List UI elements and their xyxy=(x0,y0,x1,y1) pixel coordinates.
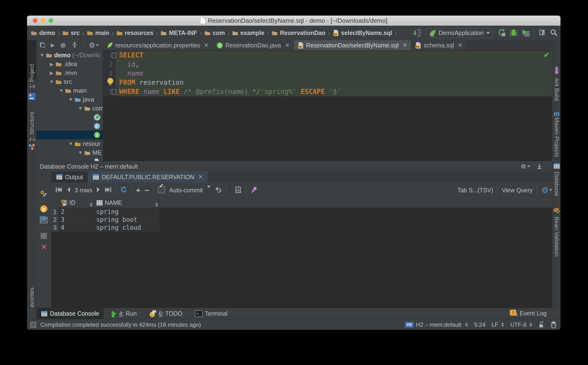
fold-marker-icon[interactable] xyxy=(112,53,116,58)
scroll-to-source-button[interactable]: ⊕ xyxy=(60,42,66,49)
close-tab-icon[interactable]: ✕ xyxy=(198,174,203,180)
next-page-button[interactable] xyxy=(96,187,101,194)
stripe-button-bean-validation[interactable]: Bean Validation xyxy=(553,217,560,257)
close-tab-icon[interactable]: ✕ xyxy=(204,42,209,49)
grid-settings-gear-button[interactable]: ⚙ xyxy=(541,186,552,194)
line-number[interactable]: 3 xyxy=(103,69,116,78)
inspections-ok-icon[interactable]: ✔ xyxy=(543,51,549,59)
editor-tab-schema.sql[interactable]: SQLschema.sql✕ xyxy=(411,40,467,50)
breadcrumb-item-main[interactable]: main xyxy=(87,29,109,36)
cell-id[interactable]: 2 xyxy=(59,208,94,216)
code-line-1[interactable]: 1SELECT xyxy=(103,51,552,60)
database-session-widget[interactable]: H2 H2 – mem:default xyxy=(405,321,468,328)
cell-name[interactable]: spring boot xyxy=(94,216,160,224)
code-line-2[interactable]: 2 id, xyxy=(103,60,552,69)
tool-window-toggle-icon[interactable] xyxy=(30,322,36,328)
tree-expanded-arrow[interactable]: ▼ xyxy=(77,106,83,111)
sort-arrows-icon[interactable] xyxy=(155,203,158,207)
tree-row-demo[interactable]: ▼demo(~/Downlo xyxy=(36,51,103,60)
tree-row[interactable]: C xyxy=(36,122,103,131)
cell-name[interactable]: spring xyxy=(94,208,160,216)
stop-icon[interactable] xyxy=(41,233,47,239)
panel-settings-button[interactable]: ⚙ xyxy=(89,42,99,49)
tree-collapsed-arrow[interactable]: ▶ xyxy=(49,70,54,76)
tree-expanded-arrow[interactable]: ▼ xyxy=(77,150,83,155)
stripe-button-maven-projects[interactable]: Maven Projects xyxy=(553,117,560,157)
editor-tab-application.properties[interactable]: resources/application.properties✕ xyxy=(103,40,213,50)
reload-page-button[interactable] xyxy=(120,186,127,194)
tree-row-java[interactable]: ▼java xyxy=(36,95,103,104)
coverage-button[interactable] xyxy=(522,29,529,37)
view-layout-icon[interactable] xyxy=(40,216,48,224)
breadcrumb-item-demo[interactable]: demo xyxy=(31,29,55,36)
unlocked-icon[interactable] xyxy=(539,321,544,328)
cell-name[interactable]: spring cloud xyxy=(94,224,160,232)
code-line-5[interactable]: 5WHERE name LIKE /* @prefix(name) */'spr… xyxy=(103,87,552,96)
console-settings-gear-icon[interactable]: ⚙ xyxy=(521,163,530,169)
console-tab-default-public-reservation[interactable]: DEFAULT.PUBLIC.RESERVATION✕ xyxy=(88,171,208,182)
query-parameters-icon[interactable]: p xyxy=(40,205,47,212)
close-console-icon[interactable]: ✕ xyxy=(41,243,47,251)
expand-button[interactable]: ▶ xyxy=(51,43,55,48)
intention-bulb-icon[interactable] xyxy=(107,77,114,86)
last-page-button[interactable] xyxy=(105,187,111,194)
stripe-button-1-project[interactable]: 1: Project xyxy=(28,64,35,88)
close-tab-icon[interactable]: ✕ xyxy=(402,42,407,49)
output-format-button[interactable]: Tab S...(TSV) xyxy=(457,187,493,194)
event-log-button[interactable]: !1 Event Log xyxy=(510,308,547,319)
code-line-4[interactable]: 4FROM reservation xyxy=(103,78,552,87)
tree-collapsed-arrow[interactable]: ▶ xyxy=(49,61,54,67)
stripe-button-database[interactable]: Database xyxy=(553,172,560,197)
code-editor[interactable]: 1SELECT2 id,3 name4FROM reservation5WHER… xyxy=(103,50,552,161)
breadcrumb-item-src[interactable]: src xyxy=(62,29,80,36)
highlighting-level-icon[interactable] xyxy=(550,321,557,328)
fold-marker-icon[interactable] xyxy=(112,89,116,95)
export-data-button[interactable] xyxy=(235,186,242,194)
tree-row-.mvn[interactable]: ▶.mvn xyxy=(36,69,103,77)
pin-tab-button[interactable] xyxy=(250,186,258,194)
tree-row-.idea[interactable]: ▶.idea xyxy=(36,60,103,69)
title-bar[interactable]: ReservationDao/selectByName.sql - demo -… xyxy=(27,15,561,26)
run-button[interactable] xyxy=(498,29,506,37)
breadcrumb-item-META-INF[interactable]: META-INF xyxy=(161,29,197,36)
sort-arrows-icon[interactable] xyxy=(90,203,93,207)
column-header-id[interactable]: ID xyxy=(59,198,94,208)
stripe-button-ant-build[interactable]: Ant Build xyxy=(553,78,560,101)
editor-tab-ReservationDao.java[interactable]: IReservationDao.java✕ xyxy=(213,40,294,50)
tree-row-com[interactable]: ▼com xyxy=(36,104,103,113)
tree-row[interactable] xyxy=(36,113,103,122)
hide-tool-window-icon[interactable] xyxy=(536,163,542,169)
first-page-button[interactable] xyxy=(55,187,62,194)
commit-mode-chevron-icon[interactable] xyxy=(207,188,211,192)
tool-windows-button[interactable] xyxy=(539,29,546,37)
tool-window-button-6-todo[interactable]: 6: TODO xyxy=(145,308,187,319)
tree-row-main[interactable]: ▼main xyxy=(36,86,103,95)
code-line-3[interactable]: 3 name xyxy=(103,69,552,78)
breadcrumb-item-selectByName.sql[interactable]: SQLselectByName.sql xyxy=(333,29,392,36)
line-separator-widget[interactable]: LF xyxy=(492,321,504,328)
undo-button[interactable] xyxy=(215,186,222,194)
collapse-all-button[interactable] xyxy=(71,42,78,49)
project-view-selector[interactable] xyxy=(39,42,46,49)
debug-button[interactable] xyxy=(510,29,517,37)
breadcrumb-item-resources[interactable]: resources xyxy=(116,29,154,36)
encoding-widget[interactable]: UTF-8 xyxy=(510,321,532,328)
cell-id[interactable]: 3 xyxy=(59,216,94,224)
tool-window-button-terminal[interactable]: >_Terminal xyxy=(191,308,232,319)
view-query-button[interactable]: View Query xyxy=(502,187,533,194)
run-configuration-select[interactable]: DemoApplication xyxy=(425,28,493,38)
cell-id[interactable]: 4 xyxy=(59,224,94,232)
tree-expanded-arrow[interactable]: ▼ xyxy=(49,79,54,84)
add-row-button[interactable]: + xyxy=(136,186,141,194)
tool-window-button-database-console[interactable]: Database Console xyxy=(37,308,104,319)
tool-window-button-4-run[interactable]: 4: Run xyxy=(108,308,141,319)
line-number[interactable]: 2 xyxy=(103,60,116,69)
editor-tab-selectByName.sql[interactable]: SQLReservationDao/selectByName.sql✕ xyxy=(294,40,411,50)
close-tab-icon[interactable]: ✕ xyxy=(285,42,290,49)
tree-expanded-arrow[interactable]: ▼ xyxy=(39,52,45,58)
tree-row-src[interactable]: ▼src xyxy=(36,77,103,86)
delete-row-button[interactable]: − xyxy=(145,186,149,194)
search-everywhere-button[interactable] xyxy=(550,29,558,37)
close-tab-icon[interactable]: ✕ xyxy=(458,42,463,49)
tree-expanded-arrow[interactable]: ▼ xyxy=(68,97,74,102)
